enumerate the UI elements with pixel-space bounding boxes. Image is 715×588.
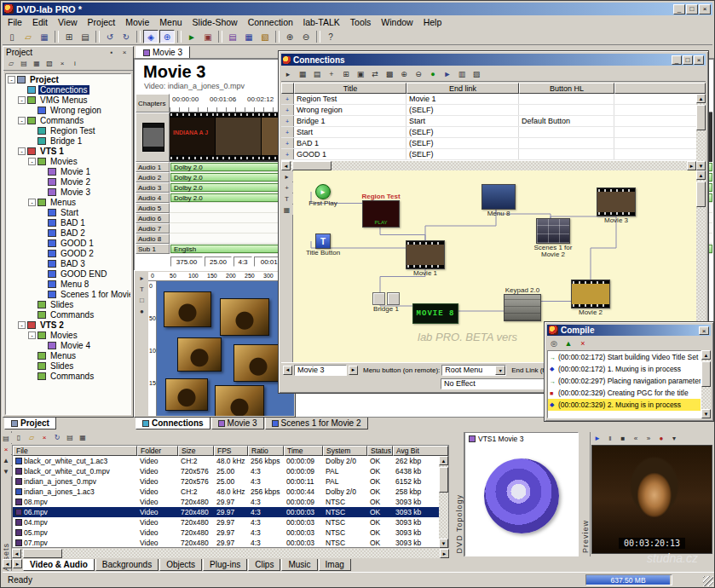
scroll-up-icon[interactable]: [696, 94, 706, 103]
tree-item[interactable]: Slides: [6, 360, 130, 371]
tree-item[interactable]: -Menus: [6, 197, 130, 207]
menu-view[interactable]: View: [53, 17, 83, 27]
log-entry[interactable]: ◆(00:00:02:329) 2. Muxing is in process: [548, 399, 701, 411]
preview-video[interactable]: 00:03:20:13: [591, 445, 712, 554]
tree-expander-icon[interactable]: -: [18, 321, 26, 329]
table-row[interactable]: +BAD 1(SELF): [281, 138, 706, 149]
film-frame[interactable]: INDIANA A J: [170, 112, 216, 160]
tree-item[interactable]: -Movies: [6, 330, 130, 340]
connections-titlebar[interactable]: Connections _ □ ×: [281, 54, 706, 66]
select-tool-icon[interactable]: ▸: [136, 273, 148, 283]
node-bridge-1[interactable]: Bridge 1: [360, 291, 412, 313]
new-project-icon[interactable]: ▯: [4, 30, 20, 43]
shape-tool-icon[interactable]: □: [136, 295, 148, 305]
zoom-out-icon[interactable]: ⊖: [412, 68, 425, 80]
pin-icon[interactable]: ▪: [106, 48, 118, 58]
tree-item[interactable]: GOOD END: [6, 268, 130, 279]
minimize-button[interactable]: _: [672, 55, 682, 65]
scrollbar-track[interactable]: [701, 360, 711, 409]
log-entry[interactable]: ■(00:00:02:329) Creating PGC for the tit…: [548, 387, 701, 399]
tab-project[interactable]: Project: [4, 418, 56, 429]
scrollbar-thumb[interactable]: [292, 161, 332, 170]
tree-item[interactable]: Movie 4: [6, 340, 130, 350]
column-header[interactable]: Button HL: [519, 83, 614, 94]
add-movie-icon[interactable]: ▤: [225, 30, 240, 43]
scroll-up-icon[interactable]: [696, 170, 706, 180]
tab-scroll-icon[interactable]: [3, 559, 12, 568]
scrollbar-thumb[interactable]: [696, 105, 706, 130]
add-component-icon[interactable]: +: [325, 68, 338, 80]
scroll-down-icon[interactable]: [701, 409, 711, 418]
scroll-right-icon[interactable]: [687, 161, 696, 170]
move-up-icon[interactable]: ▲: [0, 455, 12, 465]
track-label[interactable]: Audio 3: [136, 182, 170, 193]
table-row[interactable]: +Wrong region(SELF): [281, 105, 706, 116]
titlebar[interactable]: DVD-lab PRO * _ □ ×: [3, 3, 712, 15]
column-header[interactable]: System: [323, 446, 367, 456]
delete-icon[interactable]: ×: [56, 58, 68, 68]
import-file-icon[interactable]: ▯: [13, 432, 25, 442]
tree-item[interactable]: Wrong region: [6, 105, 130, 115]
menu-menu[interactable]: Menu: [154, 17, 187, 27]
tree-item[interactable]: Movie 2: [6, 176, 130, 187]
zoom-tool-icon[interactable]: ⊕: [159, 30, 175, 43]
scroll-down-icon[interactable]: [439, 539, 448, 548]
text-tool-icon[interactable]: T: [281, 193, 293, 204]
column-header[interactable]: File: [13, 446, 137, 456]
preview-icon[interactable]: ►: [184, 30, 199, 43]
menu-help[interactable]: Help: [418, 17, 447, 27]
row-expander-icon[interactable]: +: [281, 116, 294, 126]
prev-object-icon[interactable]: [283, 366, 292, 375]
tab-scenes-1-for-movie-2[interactable]: Scenes 1 for Movie 2: [265, 418, 368, 429]
effect-select[interactable]: No Effect ▾: [441, 378, 560, 389]
column-header[interactable]: Title: [294, 83, 407, 94]
menu-thumbnail[interactable]: [220, 298, 269, 336]
tab-clips[interactable]: Clips: [248, 559, 280, 571]
grid-icon[interactable]: ⊞: [339, 68, 353, 80]
add-slideshow-icon[interactable]: ▧: [257, 30, 273, 43]
scroll-left-icon[interactable]: [12, 549, 21, 558]
vertical-scrollbar[interactable]: [701, 350, 711, 418]
node-movie-8[interactable]: MOVIE 8: [409, 303, 462, 324]
select-tool-icon[interactable]: ▸: [281, 171, 293, 182]
tree-item[interactable]: -VMG Menus: [6, 95, 130, 105]
tree-item[interactable]: GOOD 2: [6, 248, 130, 258]
menu-window[interactable]: Window: [376, 17, 418, 27]
layout-icon[interactable]: ▥: [455, 68, 469, 80]
import-folder-icon[interactable]: ▱: [26, 432, 37, 442]
row-expander-icon[interactable]: +: [281, 127, 294, 137]
film-frame[interactable]: [216, 112, 262, 160]
move-down-icon[interactable]: ▼: [0, 466, 12, 476]
pause-icon[interactable]: ‖: [604, 433, 616, 443]
log-entry[interactable]: →(00:00:02:172) Start building Video Tit…: [548, 351, 701, 363]
node-keypad[interactable]: Keypad 2.0: [496, 286, 549, 321]
scrollbar-track[interactable]: [21, 549, 440, 558]
tree-item[interactable]: BAD 1: [6, 217, 130, 228]
tree-item[interactable]: GOOD 1: [6, 238, 130, 248]
node-movie-1[interactable]: Movie 1: [399, 240, 452, 277]
tree-item[interactable]: Scenes 1 for Movie 2: [6, 289, 130, 299]
menu-thumbnail[interactable]: [215, 385, 264, 416]
row-expander-icon[interactable]: +: [281, 94, 294, 104]
vertical-scrollbar[interactable]: [696, 94, 706, 170]
menu-thumbnail[interactable]: [164, 291, 211, 327]
maximize-button[interactable]: □: [683, 55, 693, 65]
column-header[interactable]: FPS: [214, 446, 248, 456]
scroll-up-icon[interactable]: [701, 350, 711, 360]
track-label[interactable]: Audio 6: [136, 213, 170, 223]
simulate-icon[interactable]: ●: [426, 68, 440, 80]
asset-row[interactable]: 07.mpvVideo720x48029.974:300:00:03NTSCOK…: [13, 538, 448, 548]
delete-icon[interactable]: ×: [38, 432, 50, 442]
log-entry[interactable]: ◆(00:00:02:172) 1. Muxing is in process: [548, 363, 701, 375]
menu-tools[interactable]: Tools: [345, 17, 377, 27]
node-first-play[interactable]: ►First Play: [297, 184, 349, 207]
track-label[interactable]: Audio 1: [136, 162, 170, 172]
refresh-icon[interactable]: ↻: [51, 432, 63, 442]
row-expander-icon[interactable]: +: [281, 105, 294, 115]
tree-item[interactable]: Movie 3: [6, 187, 130, 197]
step-forward-icon[interactable]: »: [643, 433, 654, 443]
selected-object-field[interactable]: Movie 3: [294, 365, 347, 376]
resize-grip[interactable]: [703, 576, 713, 586]
table-row[interactable]: +GOOD 1(SELF): [281, 149, 706, 160]
scroll-left-icon[interactable]: [281, 161, 291, 170]
